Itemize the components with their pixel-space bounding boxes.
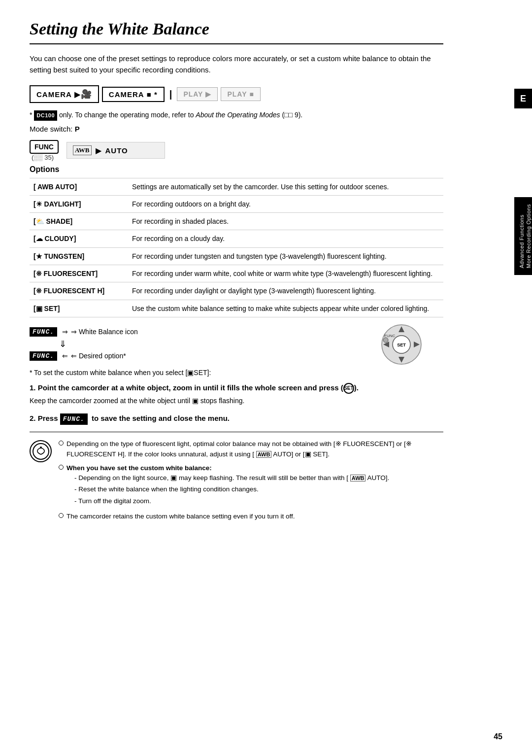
arrow-symbol-1: ⇒ — [62, 328, 68, 336]
dc100-ref: (□□ 9). — [282, 111, 302, 119]
note-content: Depending on the type of fluorescent lig… — [59, 439, 443, 525]
dc100-suffix: only. To change the operating mode, refe… — [57, 111, 196, 119]
table-row: [☀ DAYLIGHT]For recording outdoors on a … — [30, 195, 443, 212]
option-key: [⛅ SHADE] — [30, 213, 128, 230]
func-label-step2: FUNC. — [60, 413, 88, 425]
step-2-pre: Press — [38, 414, 60, 422]
intro-text: You can choose one of the preset setting… — [30, 53, 443, 75]
note-bullet-2: When you have set the custom white balan… — [59, 463, 443, 508]
note-bullet-1: Depending on the type of fluorescent lig… — [59, 439, 443, 459]
step-2-text: 2. Press FUNC. to save the setting and c… — [30, 413, 443, 425]
dc100-badge: DC100 — [34, 110, 57, 121]
note-text-3: The camcorder retains the custom white b… — [66, 512, 295, 521]
svg-text:SET: SET — [397, 343, 406, 347]
bullet-icon-3 — [59, 513, 64, 518]
table-row: [☁ CLOUDY]For recording on a cloudy day. — [30, 230, 443, 247]
func-button: FUNC — [30, 140, 59, 154]
step-1-number: 1. — [30, 383, 38, 392]
sub-bullet-3: Turn off the digital zoom. — [74, 496, 389, 506]
dc100-prefix: * — [30, 111, 34, 119]
table-row: [★ TUNGSTEN]For recording under tungsten… — [30, 247, 443, 265]
step-1: 1. Point the camcorder at a white object… — [30, 382, 443, 406]
option-value: For recording under tungsten and tungste… — [128, 247, 443, 265]
func-step-2: ⇐ Desired option* — [71, 352, 126, 360]
func-label-2: FUNC. — [30, 351, 57, 361]
option-key: [☁ CLOUDY] — [30, 230, 128, 247]
camcorder-icon: ▶︎🎥 — [74, 89, 92, 100]
func-instruction: FUNC. ⇒ ⇒ White Balance icon ⇓ FUNC. ⇐ ⇐… — [30, 327, 443, 361]
note-icon — [30, 440, 52, 462]
awb-icon: AWB — [73, 145, 92, 155]
svg-point-10 — [40, 447, 42, 448]
side-tab-line2: More Recording Options — [526, 204, 532, 268]
table-row: [⛅ SHADE]For recording in shaded places. — [30, 213, 443, 230]
camera-photo-label: CAMERA — [109, 90, 144, 99]
option-value: For recording outdoors on a bright day. — [128, 195, 443, 212]
note-text-1: Depending on the type of fluorescent lig… — [66, 439, 443, 459]
play-movie-label: PLAY — [183, 90, 203, 98]
option-value: For recording in shaded places. — [128, 213, 443, 230]
step-1-content: Point the camcorder at a white object, z… — [38, 383, 359, 392]
option-value: Use the custom white balance setting to … — [128, 300, 443, 317]
table-row: [※ FLUORESCENT]For recording under warm … — [30, 265, 443, 282]
play-movie-badge: PLAY ▶︎ — [177, 87, 218, 101]
sub-bullet-2: Reset the white balance when the lightin… — [74, 484, 389, 494]
camera-icon: ■ * — [147, 90, 158, 99]
svg-point-9 — [33, 444, 49, 459]
bottom-note: Depending on the type of fluorescent lig… — [30, 432, 443, 525]
camera-movie-badge: CAMERA ▶︎🎥 — [30, 85, 99, 103]
options-title: Options — [30, 165, 443, 174]
option-value: Settings are automatically set by the ca… — [128, 178, 443, 195]
camera-movie-label: CAMERA — [36, 90, 72, 99]
option-value: For recording under daylight or daylight… — [128, 282, 443, 300]
func-row: FUNC (░░ 35) AWB ▶ AUTO — [30, 140, 443, 161]
func-arrow-display: AWB ▶ AUTO — [66, 142, 165, 159]
e-tab: E — [514, 89, 532, 108]
func-step-1: ⇒ White Balance icon — [71, 328, 138, 336]
play-photo-label: PLAY — [227, 90, 247, 98]
step-1-text: 1. Point the camcorder at a white object… — [30, 382, 443, 394]
play-movie-icon: ▶︎ — [205, 90, 211, 98]
nav-diagram: SET FUNC — [379, 322, 424, 367]
options-table: [ AWB AUTO]Settings are automatically se… — [30, 178, 443, 317]
table-row: [▣ SET]Use the custom white balance sett… — [30, 300, 443, 317]
table-row: [ AWB AUTO]Settings are automatically se… — [30, 178, 443, 195]
option-key: [▣ SET] — [30, 300, 128, 317]
page-title: Setting the White Balance — [30, 20, 443, 44]
dc100-note: * DC100 only. To change the operating mo… — [30, 110, 443, 121]
arrow-symbol-2: ⇐ — [62, 352, 68, 360]
table-row: [※ FLUORESCENT H]For recording under day… — [30, 282, 443, 300]
badge-separator: | — [169, 89, 172, 100]
play-photo-icon: ■ — [250, 90, 254, 98]
bullet-icon-2 — [59, 465, 64, 470]
option-key: [※ FLUORESCENT] — [30, 265, 128, 282]
page-number: 45 — [494, 732, 502, 741]
option-value: For recording on a cloudy day. — [128, 230, 443, 247]
mode-badges: CAMERA ▶︎🎥 CAMERA ■ * | PLAY ▶︎ PLAY ■ — [30, 85, 443, 103]
custom-balance-note: * To set the custom white balance when y… — [30, 369, 443, 377]
auto-label: AUTO — [105, 146, 128, 155]
func-label-1: FUNC. — [30, 327, 57, 337]
option-key: [★ TUNGSTEN] — [30, 247, 128, 265]
sub-bullet-1: Depending on the light source, ▣ may kee… — [74, 473, 389, 483]
option-key: [☀ DAYLIGHT] — [30, 195, 128, 212]
arrow-right-icon: ▶ — [96, 146, 101, 155]
svg-point-8 — [383, 338, 388, 343]
step-1-sub: Keep the camcorder zoomed at the white o… — [30, 396, 443, 406]
set-button-icon: SET — [343, 383, 354, 394]
option-value: For recording under warm white, cool whi… — [128, 265, 443, 282]
note-bullet-2-content: When you have set the custom white balan… — [66, 463, 389, 508]
camera-photo-badge: CAMERA ■ * — [102, 87, 165, 102]
note-bullet-3: The camcorder retains the custom white b… — [59, 512, 443, 521]
side-tab-line1: Advanced Functions — [519, 215, 525, 269]
option-key: [ AWB AUTO] — [30, 178, 128, 195]
step-2: 2. Press FUNC. to save the setting and c… — [30, 413, 443, 425]
step-2-number: 2. — [30, 414, 38, 422]
bullet-icon-1 — [59, 441, 64, 446]
mode-switch: Mode switch: P — [30, 125, 443, 133]
option-key: [※ FLUORESCENT H] — [30, 282, 128, 300]
step-2-post: to save the setting and close the menu. — [90, 414, 230, 422]
side-tab: Advanced Functions More Recording Option… — [514, 197, 532, 275]
func-sub: (░░ 35) — [32, 154, 54, 161]
dc100-italic: About the Operating Modes — [196, 111, 280, 119]
